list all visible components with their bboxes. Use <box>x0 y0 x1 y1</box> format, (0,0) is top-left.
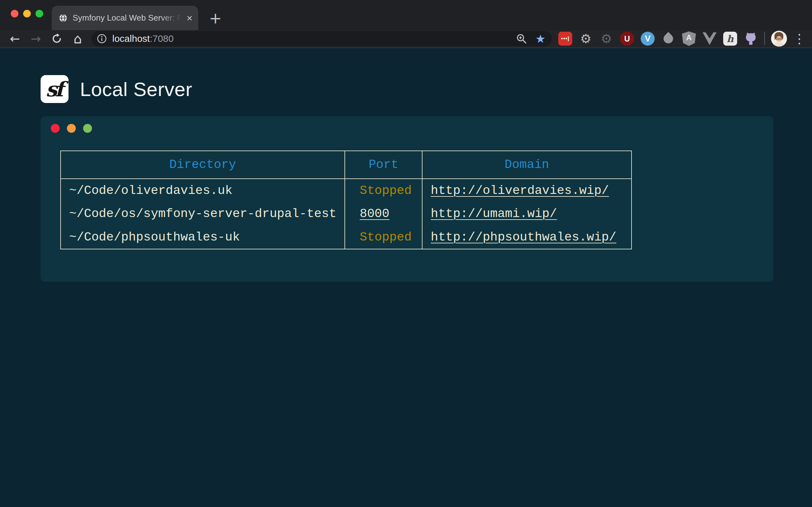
server-panel: Directory Port Domain ~/Code/oliverdavie… <box>41 116 773 282</box>
page-content: sf Local Server Directory Port Domain <box>0 48 812 506</box>
port-cell: Stopped <box>345 226 422 249</box>
vue-extension-icon[interactable] <box>702 32 717 46</box>
url-port: :7080 <box>150 33 173 44</box>
symfony-logo-icon: sf <box>41 75 68 103</box>
drupal-extension-icon[interactable] <box>661 32 676 46</box>
window-close-button[interactable] <box>11 10 18 17</box>
port-column-header: Port <box>345 151 422 179</box>
servers-table: Directory Port Domain ~/Code/oliverdavie… <box>60 151 632 249</box>
domain-link[interactable]: http://oliverdavies.wip/ <box>431 184 609 198</box>
panel-window-dots <box>51 124 773 133</box>
new-tab-button[interactable]: + <box>206 8 225 28</box>
forward-icon[interactable]: → <box>29 32 43 46</box>
window-minimize-button[interactable] <box>23 10 31 17</box>
panel-green-dot <box>83 124 92 133</box>
browser-window: Symfony Local Web Server: Prox × + ← → ⌂… <box>0 0 812 506</box>
url-text[interactable]: localhost:7080 <box>112 33 173 44</box>
h-extension-icon[interactable]: h <box>723 32 737 46</box>
tab-close-icon[interactable]: × <box>185 13 194 23</box>
tab-title: Symfony Local Web Server: Prox <box>72 13 183 23</box>
address-bar[interactable]: localhost:7080 ★ <box>91 31 552 46</box>
port-status: Stopped <box>360 230 412 244</box>
domain-link[interactable]: http://phpsouthwales.wip/ <box>431 230 616 244</box>
domain-link[interactable]: http://umami.wip/ <box>431 207 557 221</box>
table-header-row: Directory Port Domain <box>61 151 631 179</box>
ublock-extension-icon[interactable]: U <box>620 32 634 46</box>
extension-bar: •••| ⚙ ⚙ U V A h <box>552 31 806 47</box>
panel-orange-dot <box>67 124 76 133</box>
vimium-extension-icon[interactable]: V <box>641 32 655 46</box>
symfony-logo-glyph: sf <box>46 77 63 101</box>
directory-cell: ~/Code/os/symfony-server-drupal-test <box>61 202 345 226</box>
zoom-magnifier-icon[interactable] <box>516 33 527 44</box>
browser-tab[interactable]: Symfony Local Web Server: Prox × <box>52 6 198 30</box>
globe-favicon-icon <box>59 14 67 22</box>
table-row: ~/Code/phpsouthwales-uk Stopped http://p… <box>61 226 631 249</box>
panel-red-dot <box>51 124 60 133</box>
port-cell: Stopped <box>345 179 422 202</box>
home-icon[interactable]: ⌂ <box>70 32 85 46</box>
directory-cell: ~/Code/phpsouthwales-uk <box>61 226 345 249</box>
domain-cell: http://oliverdavies.wip/ <box>422 179 631 202</box>
directory-column-header: Directory <box>61 151 345 179</box>
url-host: localhost <box>112 33 150 44</box>
domain-cell: http://phpsouthwales.wip/ <box>422 226 631 249</box>
window-controls <box>11 10 43 17</box>
page-header: sf Local Server <box>41 74 812 104</box>
gear-disabled-extension-icon[interactable]: ⚙ <box>599 32 614 46</box>
domain-column-header: Domain <box>422 151 631 179</box>
port-status: Stopped <box>360 184 412 198</box>
lastpass-extension-icon[interactable]: •••| <box>558 32 572 46</box>
port-cell: 8000 <box>345 202 422 226</box>
site-info-icon[interactable] <box>96 33 107 44</box>
reload-icon[interactable] <box>49 32 64 46</box>
bookmark-star-icon[interactable]: ★ <box>536 32 546 45</box>
window-zoom-button[interactable] <box>36 10 43 17</box>
toolbar-separator <box>764 32 765 45</box>
browser-menu-icon[interactable]: ⋮ <box>793 32 806 46</box>
github-extension-icon[interactable] <box>744 32 758 46</box>
domain-cell: http://umami.wip/ <box>422 202 631 226</box>
tab-strip: Symfony Local Web Server: Prox × + <box>0 0 812 30</box>
gear-extension-icon[interactable]: ⚙ <box>578 32 593 46</box>
table-row: ~/Code/oliverdavies.uk Stopped http://ol… <box>61 179 631 202</box>
directory-cell: ~/Code/oliverdavies.uk <box>61 179 345 202</box>
page-title: Local Server <box>80 78 192 101</box>
angular-extension-icon[interactable]: A <box>682 32 696 46</box>
port-link[interactable]: 8000 <box>360 207 390 221</box>
back-icon[interactable]: ← <box>8 32 22 46</box>
profile-avatar[interactable] <box>771 31 787 47</box>
table-row: ~/Code/os/symfony-server-drupal-test 800… <box>61 202 631 226</box>
browser-toolbar: ← → ⌂ localhost:7080 ★ ••• <box>0 30 812 48</box>
